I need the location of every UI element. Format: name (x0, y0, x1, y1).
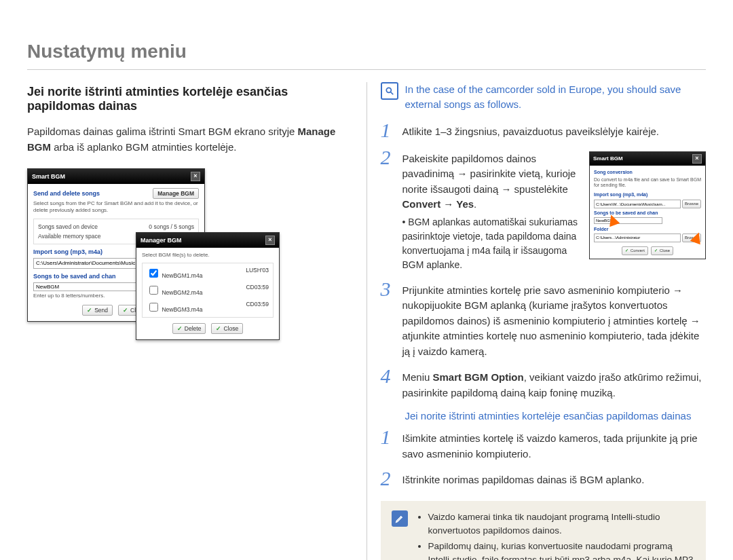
save-head: Songs to be saved and chan (33, 273, 116, 280)
mock2-title: Smart BGM (593, 155, 623, 163)
page-title: Nustatymų meniu (27, 41, 706, 62)
convert-button[interactable]: ✓Convert (622, 246, 648, 255)
steps-list: 1 Atlikite 1–3 žingsnius, pavaizduotus p… (381, 117, 707, 405)
notes-box: Vaizdo kamerai tinka tik naudojant progr… (381, 501, 707, 560)
step-number: 2 (381, 468, 394, 489)
note-2: Papildomų dainų, kurias konvertuosite na… (428, 540, 696, 560)
step-4-text: Meniu Smart BGM Option, veikiant vaizdo … (402, 366, 707, 400)
close-button-3[interactable]: ✓Close (651, 246, 673, 255)
section-head-1: Send and delete songs Manage BGM (33, 188, 199, 199)
songs-saved-label: Songs saved on device (38, 223, 98, 230)
magnifier-icon (381, 82, 398, 100)
mock2-sec2: Import song (mp3, m4a) (594, 191, 701, 199)
step-2-sub: • BGM aplankas automatiškai sukuriamas p… (402, 215, 583, 272)
close-icon[interactable]: × (692, 154, 702, 164)
step-number: 3 (381, 279, 394, 299)
desc-2: Select BGM file(s) to delete. (142, 252, 274, 259)
send-button[interactable]: ✓Send (82, 305, 113, 316)
file1-dur: LUSH'03 (246, 267, 269, 280)
file1-name: NewBGM1.m4a (162, 272, 202, 279)
close-icon[interactable]: × (191, 172, 200, 181)
step-3-text: Prijunkite atminties kortelę prie savo a… (402, 279, 707, 360)
intro-paragraph: Papildomas dainas galima ištrinti Smart … (27, 124, 353, 155)
mock2-fpath[interactable] (594, 234, 681, 242)
step-number: 4 (381, 366, 394, 386)
mock2-browse[interactable]: Browse (682, 200, 701, 208)
mock2-folder: Folder (594, 226, 701, 234)
mock2-desc: Do convert to m4a file and can save to S… (594, 177, 701, 189)
right-column: In the case of the camcorder sold in Eur… (366, 82, 707, 560)
mock2-sec1: Song conversion (594, 169, 701, 176)
step-2-text: Pakeiskite papildomos dainos pavadinimą … (402, 153, 576, 195)
mock-app-container: Smart BGM × Send and delete songs Manage… (27, 168, 231, 322)
mock-convert-window: Smart BGM× Song conversion Do convert to… (589, 151, 706, 259)
step-number: 1 (381, 427, 394, 447)
file2-check[interactable] (149, 286, 158, 295)
window2-title: Manager BGM (140, 237, 182, 244)
file3-dur: CD03:59 (246, 301, 269, 314)
mock2-song[interactable] (594, 217, 662, 224)
mem-space-label: Available memory space (38, 233, 100, 240)
file3-check[interactable] (149, 303, 158, 312)
mock2-path[interactable] (594, 200, 681, 208)
intro-rest: arba iš aplanko BGM atminties kortelėje. (51, 141, 236, 153)
manager-bgm-window: Manager BGM × Select BGM file(s) to dele… (136, 232, 280, 340)
file2-dur: CD03:59 (246, 284, 269, 297)
delete-subheading: Jei norite ištrinti atminties kortelėje … (405, 410, 707, 422)
section-title: Jei norite ištrinti atminties kortelėje … (27, 85, 353, 113)
desc-1: Select songs from the PC for Smart BGM a… (33, 200, 199, 214)
step-number: 1 (381, 120, 394, 141)
svg-point-0 (386, 88, 391, 92)
left-column: Jei norite ištrinti atminties kortelėje … (27, 82, 353, 560)
svg-line-1 (390, 92, 393, 95)
close-icon[interactable]: × (265, 236, 275, 245)
europe-note-text: In the case of the camcorder sold in Eur… (405, 82, 707, 112)
send-delete-label: Send and delete songs (33, 190, 100, 197)
delete-steps: 1 Išimkite atminties kortelę iš vaizdo k… (381, 424, 707, 493)
dstep-1: Išimkite atminties kortelę iš vaizdo kam… (402, 427, 707, 462)
step-1-text: Atlikite 1–3 žingsnius, pavaizduotus pav… (402, 120, 707, 140)
note-1: Vaizdo kamerai tinka tik naudojant progr… (428, 510, 696, 537)
title-divider (27, 69, 706, 70)
file1-check[interactable] (149, 269, 158, 278)
europe-note: In the case of the camcorder sold in Eur… (381, 82, 707, 112)
window-titlebar: Smart BGM × (28, 169, 204, 184)
dstep-2: Ištrinkite norimas papildomas dainas iš … (402, 468, 707, 488)
window-title: Smart BGM (32, 173, 65, 180)
file2-name: NewBGM2.m4a (162, 289, 202, 296)
delete-button[interactable]: ✓Delete (172, 323, 206, 334)
intro-text: Papildomas dainas galima ištrinti Smart … (27, 126, 297, 137)
import-head: Import song (mp3, m4a) (33, 248, 102, 255)
step-number: 2 (381, 147, 394, 168)
songs-saved-value: 0 songs / 5 songs (149, 223, 194, 230)
page: Nustatymų meniu Jei norite ištrinti atmi… (0, 0, 733, 560)
manage-bgm-button[interactable]: Manage BGM (153, 188, 199, 199)
step-2-bold: Convert → Yes (402, 198, 474, 210)
file3-name: NewBGM3.m4a (162, 306, 202, 313)
pencil-icon (392, 510, 408, 527)
close-button-2[interactable]: ✓Close (211, 323, 243, 334)
